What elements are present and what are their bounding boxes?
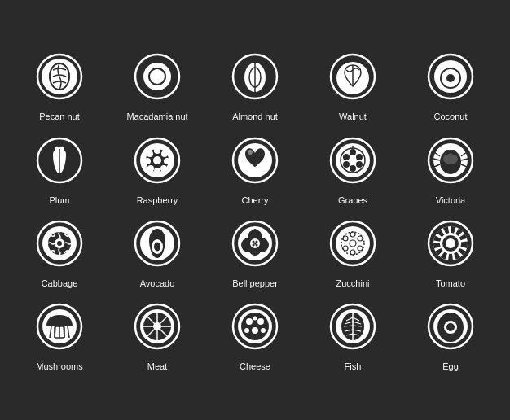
svg-rect-76 [253,229,257,234]
tomato-icon [426,219,475,268]
svg-point-112 [257,318,264,325]
icon-cell-grapes: Grapes [304,131,402,206]
icon-cell-avocado: Avocado [108,214,206,289]
icon-wrapper-victoria [421,131,480,190]
svg-point-111 [246,318,253,325]
svg-point-21 [154,147,160,154]
icon-wrapper-zucchini [323,214,382,273]
svg-point-91 [446,238,455,248]
icon-cell-meat: Meat [108,297,206,372]
label-almond-nut: Almond nut [232,111,278,122]
svg-point-23 [164,158,170,164]
label-pecan-nut: Pecan nut [39,111,80,122]
svg-point-38 [356,154,363,160]
svg-point-113 [252,327,258,334]
label-avocado: Avocado [140,278,175,289]
label-mushrooms: Mushrooms [36,361,82,372]
label-raspberry: Raspberry [137,195,178,206]
icon-cell-zucchini: Zucchini [304,214,402,289]
icon-cell-bell-pepper: Bell pepper [206,214,304,289]
svg-point-4 [143,63,171,90]
icon-cell-plum: Plum [11,131,108,206]
label-zucchini: Zucchini [336,278,370,289]
label-cherry: Cherry [241,195,268,206]
svg-point-22 [161,151,168,157]
icon-wrapper-macadamia-nut [128,47,187,106]
icon-wrapper-coconut [421,47,480,106]
icon-wrapper-mushrooms [30,297,89,356]
icon-grid: Pecan nut Macadamia nut Almond nut [2,31,508,388]
svg-point-37 [343,154,350,160]
svg-point-27 [144,158,151,164]
icon-cell-mushrooms: Mushrooms [11,297,108,372]
icon-cell-almond-nut: Almond nut [206,47,304,122]
grapes-icon [328,136,377,185]
label-macadamia-nut: Macadamia nut [126,111,187,122]
label-victoria: Victoria [436,195,465,206]
svg-point-75 [254,243,257,245]
icon-wrapper-bell-pepper [226,214,284,273]
victoria-icon [426,136,475,185]
meat-icon [133,302,182,351]
label-cabbage: Cabbage [42,278,78,289]
svg-point-115 [261,328,266,333]
label-coconut: Coconut [434,111,468,122]
svg-point-29 [153,156,161,164]
svg-point-63 [154,243,160,252]
icon-wrapper-cabbage [30,214,89,273]
svg-point-26 [147,165,154,172]
svg-point-25 [154,168,160,174]
label-egg: Egg [442,361,459,372]
bell-pepper-icon [231,219,279,268]
svg-point-32 [248,150,253,155]
icon-cell-fish: Fish [304,297,402,372]
coconut-icon [426,52,475,101]
svg-point-36 [350,149,356,155]
icon-cell-victoria: Victoria [402,131,499,206]
cheese-icon [231,302,279,351]
egg-icon [426,302,475,351]
svg-point-116 [253,317,257,321]
icon-cell-egg: Egg [402,297,499,372]
icon-wrapper-avocado [128,214,187,273]
icon-cell-tomato: Tomato [402,214,499,289]
walnut-icon [328,52,377,101]
svg-point-15 [446,74,455,82]
icon-wrapper-fish [323,297,382,356]
label-grapes: Grapes [338,195,367,206]
icon-wrapper-grapes [323,131,382,190]
pecan-nut-icon [35,52,84,101]
zucchini-icon [328,219,377,268]
svg-point-114 [244,328,249,333]
almond-nut-icon [231,52,279,101]
svg-point-41 [350,165,356,172]
svg-point-59 [57,241,62,246]
raspberry-icon [133,136,182,185]
icon-wrapper-egg [421,297,480,356]
macadamia-nut-icon [133,52,182,101]
icon-cell-macadamia-nut: Macadamia nut [108,47,206,122]
icon-wrapper-pecan-nut [30,47,89,106]
label-cheese: Cheese [240,361,270,372]
label-meat: Meat [147,361,167,372]
icon-cell-raspberry: Raspberry [108,131,206,206]
icon-cell-cherry: Cherry [206,131,304,206]
icon-wrapper-plum [30,131,89,190]
svg-point-135 [446,323,455,331]
label-tomato: Tomato [436,278,465,289]
icon-wrapper-raspberry [128,131,187,190]
icon-wrapper-cherry [226,131,284,190]
icon-wrapper-meat [128,297,187,356]
svg-point-46 [443,153,458,164]
cherry-icon [231,136,279,185]
fish-icon [328,302,377,351]
icon-cell-coconut: Coconut [402,47,499,122]
svg-point-28 [147,151,153,157]
svg-point-54 [451,150,456,155]
label-plum: Plum [49,195,69,206]
plum-icon [35,136,84,185]
svg-point-107 [153,322,161,330]
svg-point-40 [356,161,363,168]
label-walnut: Walnut [339,111,367,122]
label-fish: Fish [345,361,362,372]
